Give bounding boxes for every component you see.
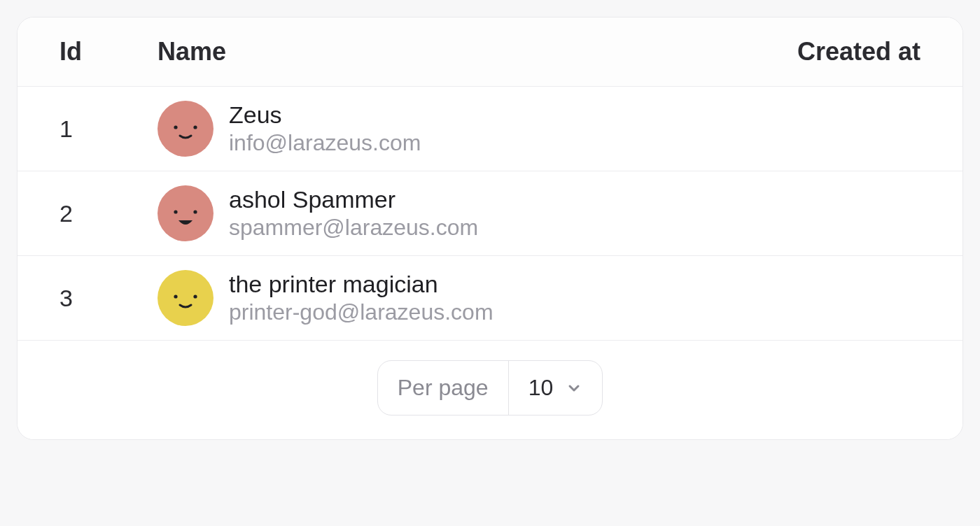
svg-point-5 [193, 210, 197, 213]
row-email: info@larazeus.com [229, 130, 421, 156]
table-row[interactable]: 3 the printer magicianprinter-god@laraze… [18, 256, 962, 341]
table-header-row: Id Name Created at [18, 17, 962, 87]
name-block: ashol Spammerspammer@larazeus.com [229, 186, 478, 241]
row-email: printer-god@larazeus.com [229, 299, 493, 325]
cell-id: 3 [59, 285, 158, 312]
cell-name: Zeusinfo@larazeus.com [158, 101, 738, 157]
chevron-down-icon [566, 380, 582, 397]
per-page-value: 10 [528, 375, 554, 401]
avatar [158, 185, 214, 241]
name-block: the printer magicianprinter-god@larazeus… [229, 271, 493, 325]
svg-point-7 [174, 294, 177, 298]
svg-point-1 [174, 125, 177, 129]
per-page-label: Per page [378, 361, 509, 415]
table-footer: Per page 10 [18, 341, 962, 439]
column-header-id[interactable]: Id [59, 37, 158, 66]
svg-point-3 [158, 185, 214, 241]
avatar [158, 270, 214, 326]
row-name: ashol Spammer [229, 186, 478, 213]
row-email: spammer@larazeus.com [229, 215, 478, 241]
cell-id: 1 [59, 115, 158, 143]
cell-name: the printer magicianprinter-god@larazeus… [158, 270, 738, 326]
table-row[interactable]: 2 ashol Spammerspammer@larazeus.com [18, 171, 962, 256]
per-page-control: Per page 10 [377, 360, 603, 415]
svg-point-4 [174, 210, 177, 213]
table-body: 1 Zeusinfo@larazeus.com2 ashol Spammersp… [18, 87, 962, 341]
table-row[interactable]: 1 Zeusinfo@larazeus.com [18, 87, 962, 171]
column-header-created-at[interactable]: Created at [738, 37, 920, 66]
per-page-select[interactable]: 10 [509, 361, 603, 415]
svg-point-0 [158, 101, 214, 157]
svg-point-8 [193, 294, 197, 298]
data-table-card: Id Name Created at 1 Zeusinfo@larazeus.c… [17, 17, 963, 440]
cell-name: ashol Spammerspammer@larazeus.com [158, 185, 738, 241]
svg-point-2 [193, 125, 197, 129]
svg-point-6 [158, 270, 214, 326]
row-name: the printer magician [229, 271, 493, 298]
avatar [158, 101, 214, 157]
row-name: Zeus [229, 101, 421, 129]
column-header-name[interactable]: Name [158, 37, 738, 66]
cell-id: 2 [59, 200, 158, 227]
name-block: Zeusinfo@larazeus.com [229, 101, 421, 156]
